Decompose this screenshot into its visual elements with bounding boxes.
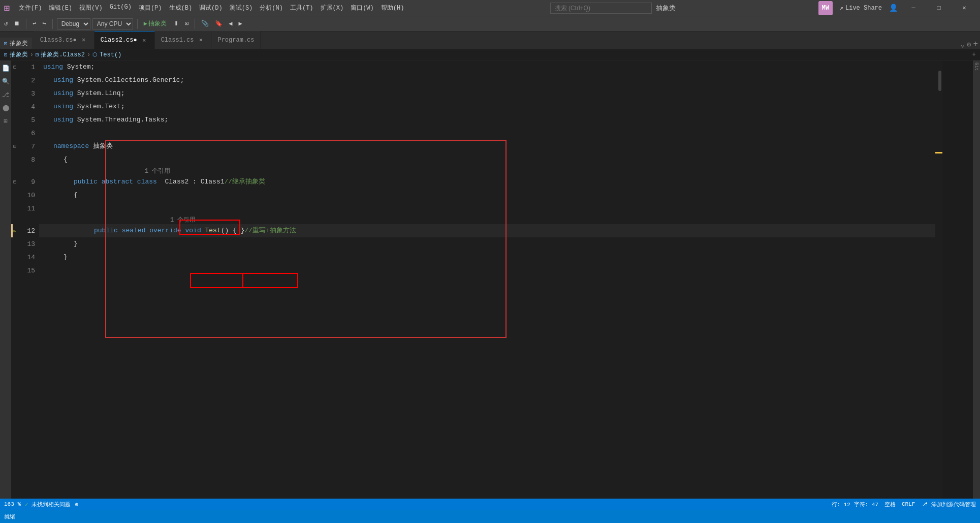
code-line-15 [39, 264, 935, 277]
tab-class3[interactable]: Class3.cs● ✕ [34, 31, 94, 49]
menu-build[interactable]: 生成(B) [166, 3, 196, 13]
ref-count-12: 1 个引用 [170, 216, 196, 224]
collapse-7[interactable]: ⊟ [13, 143, 16, 149]
brace-open-8: { [64, 153, 68, 166]
code-line-1: using System; [39, 60, 935, 74]
menu-project[interactable]: 项目(P) [136, 3, 165, 13]
window-controls: ─ □ ✕ [902, 0, 976, 16]
format-btn[interactable]: ⊡ [183, 19, 191, 28]
menu-extensions[interactable]: 扩展(X) [318, 3, 347, 13]
scrollbar-thumb[interactable] [938, 71, 941, 91]
ref-line-9: 1 个引用 [39, 166, 935, 175]
platform-select[interactable]: Any CPU [92, 18, 133, 29]
linenum-15: 15 [27, 267, 35, 274]
kw-class: class [137, 175, 157, 189]
code-content[interactable]: using System; using System.Collections.G… [39, 60, 935, 499]
user-avatar: MW [818, 1, 833, 15]
add-tab-btn[interactable]: + [972, 51, 976, 58]
stop-btn[interactable]: ⏹ [12, 19, 22, 28]
tabs-add-btn[interactable]: + [973, 40, 978, 49]
code-4-rest: System.Text; [73, 100, 124, 113]
kw-using-5: using [53, 113, 73, 127]
status-add-git[interactable]: ⎇ 添加到源代码管理 [921, 501, 976, 508]
menu-help[interactable]: 帮助(H) [378, 3, 407, 13]
breadcrumb-class[interactable]: 抽象类.Class2 [41, 50, 84, 59]
menu-debug[interactable]: 调试(D) [196, 3, 226, 13]
maximize-button[interactable]: □ [927, 0, 951, 16]
bookmark-btn[interactable]: 🔖 [213, 19, 225, 28]
activity-ext[interactable]: ⊞ [0, 115, 11, 127]
status-warnings[interactable]: ⚙ [75, 501, 78, 508]
code-line-6 [39, 127, 935, 140]
undo-btn[interactable]: ↩ [30, 19, 38, 28]
comment-inherit: //继承抽象类 [225, 175, 266, 189]
status-encoding[interactable]: CRLF [902, 501, 915, 507]
search-input[interactable] [550, 3, 652, 14]
tab-program[interactable]: Program.cs [211, 31, 261, 49]
collapse-9[interactable]: ⊟ [13, 179, 16, 185]
solution-icon: ⊡ [4, 40, 8, 47]
check-icon: ✓ [25, 502, 28, 508]
ref-count-9: 1 个引用 [145, 167, 170, 175]
menu-file[interactable]: 文件(F) [16, 3, 45, 13]
code-line-10: { [39, 189, 935, 202]
git-sidebar-btn[interactable]: Git [974, 63, 979, 71]
refresh-btn[interactable]: ↺ [2, 19, 10, 28]
status-row: 行: 12 [832, 502, 850, 508]
activity-git[interactable]: ⎇ [0, 89, 11, 100]
menu-edit[interactable]: 编辑(E) [46, 3, 75, 13]
menu-git[interactable]: Git(G) [107, 3, 135, 13]
tab-class2[interactable]: Class2.cs● ✕ [94, 31, 155, 49]
tab-class1-close[interactable]: ✕ [197, 36, 205, 44]
linenum-8: 8 [31, 156, 35, 164]
nav-right-btn[interactable]: ▶ [236, 19, 244, 28]
status-row-col[interactable]: 行: 12 字符: 47 [832, 501, 878, 508]
breadcrumb-method[interactable]: Test() [100, 51, 121, 58]
solution-label: 抽象类 [10, 39, 28, 48]
code-line-12[interactable]: public sealed override void Test () { } … [39, 224, 935, 237]
menu-tools[interactable]: 工具(T) [287, 3, 317, 13]
info-bar: 就绪 [0, 510, 980, 523]
activity-files[interactable]: 📄 [0, 63, 11, 74]
activity-debug[interactable]: ⬤ [0, 102, 11, 113]
pause-btn[interactable]: ⏸ [171, 19, 181, 28]
collapse-1[interactable]: ⊟ [13, 64, 16, 70]
live-share-button[interactable]: ↗ Live Share [837, 3, 885, 13]
status-zoom[interactable]: 163 % [4, 501, 21, 507]
tab-class2-close[interactable]: ✕ [140, 36, 148, 44]
title-bar-left: ⊞ 文件(F) 编辑(E) 视图(V) Git(G) 项目(P) 生成(B) 调… [4, 3, 407, 14]
close-button[interactable]: ✕ [953, 0, 976, 16]
breadcrumb-bar: ⊡ 抽象类 › ⊡ 抽象类.Class2 › ⬡ Test() + [0, 49, 980, 60]
tabs-actions: ⌄ ⚙ + [961, 40, 980, 49]
gutter-11: 11 [11, 202, 39, 215]
linenum-14: 14 [27, 254, 35, 261]
minimize-button[interactable]: ─ [902, 0, 925, 16]
run-btn[interactable]: ▶ 抽象类 [142, 18, 169, 29]
activity-search[interactable]: 🔍 [0, 76, 11, 87]
nav-left-btn[interactable]: ◀ [227, 19, 234, 28]
kw-void: void [185, 224, 201, 237]
menu-window[interactable]: 窗口(W) [347, 3, 377, 13]
debug-config-select[interactable]: Debug [57, 18, 90, 29]
tab-class1[interactable]: Class1.cs ✕ [155, 31, 212, 49]
menu-view[interactable]: 视图(V) [76, 3, 106, 13]
live-share-icon: ↗ [840, 4, 843, 12]
person-icon[interactable]: 👤 [889, 4, 898, 12]
tabs-bar: ⊡ 抽象类 Class3.cs● ✕ Class2.cs● ✕ Class1.c… [0, 32, 980, 49]
menu-test[interactable]: 测试(S) [227, 3, 256, 13]
breadcrumb-namespace[interactable]: 抽象类 [10, 50, 28, 59]
gutter-5: 5 [11, 113, 39, 127]
kw-namespace: namespace [53, 140, 89, 153]
attach-btn[interactable]: 📎 [199, 19, 211, 28]
menu-analyze[interactable]: 分析(N) [257, 3, 286, 13]
status-spaces[interactable]: 空格 [884, 501, 896, 508]
tab-class3-close[interactable]: ✕ [80, 36, 88, 44]
gutter-3: 3 [11, 87, 39, 100]
toolbar-sep-4 [195, 19, 195, 29]
scrollbar[interactable] [935, 60, 942, 499]
redo-btn[interactable]: ↪ [40, 19, 48, 28]
tabs-settings-btn[interactable]: ⚙ [967, 40, 971, 49]
menu-items: 文件(F) 编辑(E) 视图(V) Git(G) 项目(P) 生成(B) 调试(… [16, 3, 407, 13]
status-no-problems[interactable]: ✓ 未找到相关问题 [25, 501, 71, 508]
tabs-overflow-btn[interactable]: ⌄ [961, 40, 965, 49]
